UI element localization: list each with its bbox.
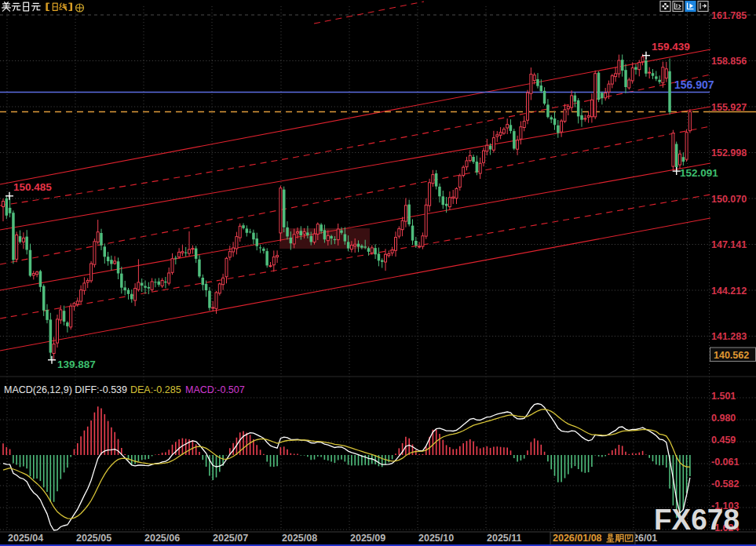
svg-text:-0.061: -0.061 (711, 457, 739, 468)
svg-text:DEA:-0.285: DEA:-0.285 (130, 384, 181, 395)
svg-text:156.907: 156.907 (674, 78, 714, 91)
svg-text:MACD:-0.507: MACD:-0.507 (185, 384, 245, 395)
svg-text:2025/06: 2025/06 (144, 533, 180, 544)
svg-text:141.283: 141.283 (711, 331, 747, 342)
svg-text:2025/07: 2025/07 (213, 533, 248, 544)
svg-text:159.439: 159.439 (652, 41, 690, 53)
svg-text:2025/09: 2025/09 (350, 533, 385, 544)
svg-text:2025/05: 2025/05 (76, 533, 111, 544)
svg-text:0.459: 0.459 (711, 435, 736, 446)
svg-text:150.070: 150.070 (711, 194, 747, 205)
svg-text:155.927: 155.927 (711, 102, 747, 113)
svg-text:MACD(26,12,9) DIFF:-0.539: MACD(26,12,9) DIFF:-0.539 (4, 384, 127, 395)
svg-text:2025/11: 2025/11 (487, 533, 522, 544)
svg-text:2026/01/08: 2026/01/08 (553, 533, 602, 544)
svg-text:147.141: 147.141 (711, 239, 747, 250)
svg-text:152.091: 152.091 (680, 167, 718, 179)
svg-text:150.485: 150.485 (13, 181, 52, 193)
svg-text:2025/10: 2025/10 (418, 533, 454, 544)
svg-text:2025/08: 2025/08 (282, 533, 317, 544)
svg-text:152.998: 152.998 (711, 147, 747, 158)
svg-text:140.562: 140.562 (714, 350, 749, 361)
svg-text:0.980: 0.980 (711, 413, 736, 424)
svg-text:2025/04: 2025/04 (8, 533, 43, 544)
svg-text:FX678: FX678 (654, 504, 740, 536)
svg-text:-0.582: -0.582 (711, 479, 739, 490)
svg-text:158.856: 158.856 (711, 56, 747, 67)
svg-text:1.501: 1.501 (711, 391, 736, 402)
svg-text:161.785: 161.785 (711, 10, 747, 21)
svg-text:144.212: 144.212 (711, 286, 747, 297)
svg-text:139.887: 139.887 (57, 359, 96, 370)
